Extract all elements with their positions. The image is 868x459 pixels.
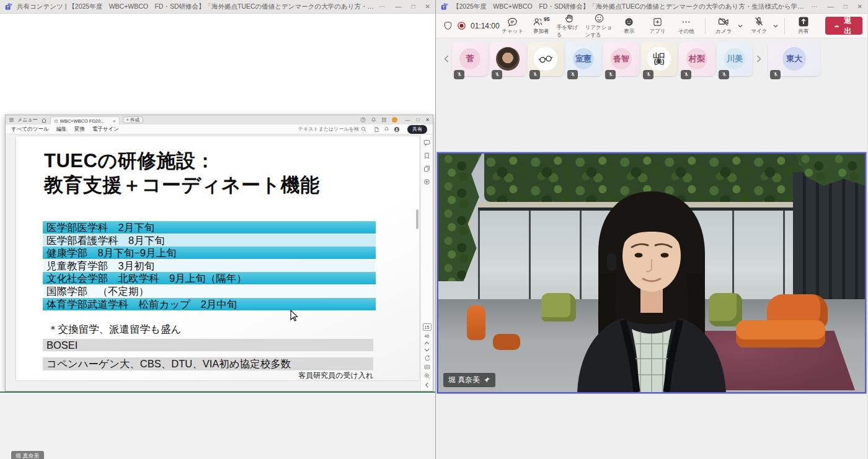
next-page-icon[interactable] — [424, 348, 430, 352]
tab-close-icon[interactable]: × — [113, 118, 116, 124]
teams-logo-icon — [441, 2, 449, 11]
participants-button[interactable]: 95 参加者 — [528, 16, 554, 35]
acrobat-close-icon[interactable]: ✕ — [425, 117, 430, 123]
shared-content-window: 共有コンテンツ | 【2025年度 WBC+WBCO FD・SD研修会】「海外拠… — [0, 0, 436, 459]
maximize-button[interactable]: □ — [412, 3, 415, 10]
apps-grid-icon[interactable] — [381, 117, 387, 123]
page-thumbnails-icon[interactable] — [423, 165, 430, 172]
bookmarks-icon[interactable] — [423, 152, 430, 159]
strip-scroll-right-icon[interactable] — [755, 51, 763, 66]
mic-muted-icon — [605, 70, 616, 79]
reactions-button[interactable]: リアクションする — [585, 13, 614, 39]
chat-button[interactable]: チャット — [500, 17, 526, 35]
share-label: 共有 — [798, 28, 808, 35]
teams-logo-icon — [5, 2, 13, 11]
maximize-button[interactable]: □ — [844, 3, 848, 10]
previous-page-icon[interactable] — [424, 341, 430, 345]
minimize-button[interactable]: — — [828, 3, 834, 10]
mic-button[interactable]: マイク — [746, 16, 772, 35]
participant-tile[interactable] — [490, 42, 526, 76]
edit-menu[interactable]: 編集 — [56, 126, 67, 133]
minimize-button[interactable]: — — [396, 3, 402, 10]
zoom-in-icon[interactable] — [424, 373, 430, 379]
participant-tile[interactable]: 沓智 — [603, 42, 639, 76]
more-window-options-icon[interactable]: ⋯ — [379, 3, 386, 10]
slide-highlight-list: 医学部医学科 2月下旬 医学部看護学科 8月下旬 健康学部 8月下旬−9月上旬 … — [43, 221, 376, 310]
presenter-name: 堀 真奈美 — [16, 453, 40, 459]
esign-menu[interactable]: 電子サイン — [92, 126, 119, 133]
camera-button[interactable]: カメラ — [711, 16, 737, 35]
acrobat-toolbar: すべてのツール 編集 変換 電子サイン 共有 — [6, 125, 433, 134]
attachments-icon[interactable] — [423, 178, 430, 185]
page-number-input[interactable]: 15 — [423, 323, 432, 331]
bell-icon[interactable] — [384, 126, 389, 132]
collapse-panel-icon[interactable] — [425, 382, 429, 388]
participant-tile[interactable]: 東大 — [768, 42, 820, 76]
page-total: 46 — [425, 334, 430, 338]
rotate-page-icon[interactable] — [424, 355, 430, 361]
new-tab-button[interactable]: + 作成 — [123, 116, 143, 123]
scrollbar-thumb[interactable] — [416, 209, 418, 229]
avatar: 菅 — [459, 48, 480, 69]
acrobat-maximize-icon[interactable]: □ — [416, 117, 419, 123]
document-tab[interactable]: WBC+WBCO FD20... × — [50, 116, 120, 125]
raise-hand-button[interactable]: 手を挙げる — [557, 13, 583, 39]
view-button[interactable]: 表示 — [616, 17, 642, 35]
star-icon[interactable] — [54, 119, 58, 123]
avatar-photo — [496, 47, 520, 71]
participant-tile[interactable]: 山口(美) — [641, 42, 677, 76]
mic-off-icon — [753, 16, 764, 27]
camera-off-icon — [718, 16, 729, 27]
strip-scroll-left-icon[interactable] — [442, 51, 450, 66]
hamburger-menu-icon[interactable] — [9, 117, 14, 123]
help-icon[interactable] — [360, 117, 366, 123]
account-circle-icon[interactable] — [394, 126, 400, 133]
presenter-name-chip: 堀 真奈美 — [11, 451, 44, 459]
more-button[interactable]: その他 — [673, 17, 699, 35]
participant-tile[interactable]: 菅 — [452, 42, 488, 76]
home-icon[interactable] — [41, 117, 47, 123]
notifications-bell-icon[interactable] — [371, 117, 376, 123]
orange-stool — [467, 305, 485, 340]
mic-chevron-icon[interactable] — [773, 23, 779, 29]
pin-icon — [484, 377, 490, 383]
participant-tile[interactable]: 室憲 — [565, 42, 601, 76]
participant-tile[interactable] — [528, 42, 564, 76]
close-button[interactable]: ✕ — [857, 3, 862, 10]
comments-icon[interactable] — [423, 139, 430, 146]
more-window-options-icon[interactable]: ⋯ — [812, 3, 818, 10]
fit-width-icon[interactable] — [424, 364, 430, 370]
convert-menu[interactable]: 変換 — [74, 126, 85, 133]
participant-count: 95 — [544, 16, 549, 22]
search-icon[interactable] — [361, 126, 366, 132]
search-input[interactable] — [298, 126, 359, 132]
apps-button[interactable]: アプリ — [645, 17, 671, 35]
share-button[interactable]: 共有 — [790, 16, 817, 35]
acrobat-minimize-icon[interactable]: — — [405, 117, 410, 123]
camera-chevron-icon[interactable] — [737, 23, 743, 29]
menu-label[interactable]: メニュー — [17, 116, 38, 123]
speaker-video[interactable]: 堀 真奈美 — [437, 152, 866, 393]
participant-tile[interactable]: 村梨 — [679, 42, 715, 76]
acrobat-share-button[interactable]: 共有 — [407, 125, 427, 134]
toolbar-separator — [784, 18, 785, 34]
desktop-bottom-area — [0, 393, 435, 459]
list-item: 児童教育学部 3月初旬 — [43, 260, 376, 272]
dark-wall-panels — [793, 172, 865, 305]
security-shield-icon — [443, 21, 453, 30]
apps-label: アプリ — [650, 28, 666, 35]
list-item: 健康学部 8月下旬−9月上旬 — [43, 247, 376, 259]
all-tools-menu[interactable]: すべてのツール — [11, 126, 49, 133]
document-icon[interactable] — [374, 126, 379, 133]
list-item: 文化社会学部 北欧学科 9月上旬（隔年） — [43, 272, 376, 284]
mic-label: マイク — [751, 28, 767, 35]
account-avatar[interactable] — [392, 117, 397, 123]
teams-meeting-window: 【2025年度 WBC+WBCO FD・SD研修会】「海外拠点TUECの価値とデ… — [436, 0, 867, 459]
close-button[interactable]: ✕ — [425, 3, 430, 10]
leave-button[interactable]: 退出 — [825, 17, 862, 35]
participants-label: 参加者 — [533, 28, 549, 35]
participant-tile[interactable]: 川美 — [717, 42, 753, 76]
ivy-left — [438, 154, 482, 281]
slide-page: TUECの研修施設： 教育支援＋コーディネート機能 医学部医学科 2月下旬 医学… — [16, 136, 419, 380]
more-label: その他 — [678, 28, 694, 35]
